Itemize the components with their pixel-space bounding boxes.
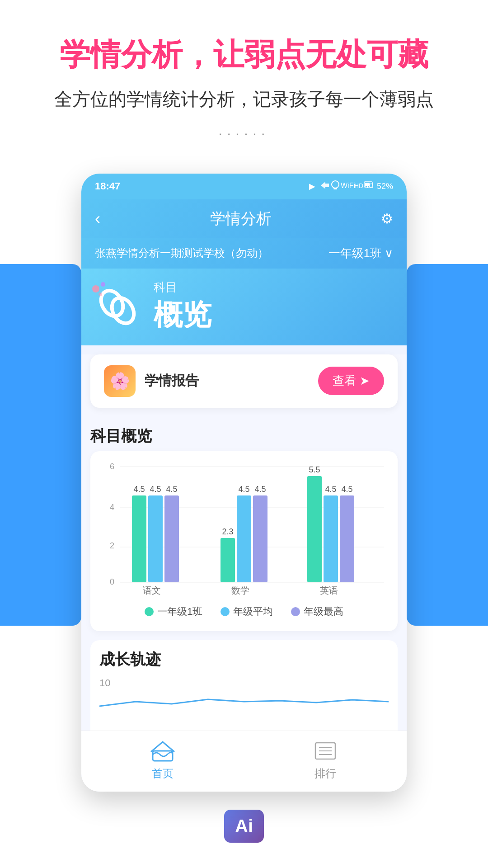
- school-bar: 张燕学情分析一期测试学校（勿动） 一年级1班 ∨: [81, 238, 407, 269]
- promo-title: 学情分析，让弱点无处可藏: [18, 36, 470, 73]
- legend-dot-avg: [221, 607, 230, 616]
- svg-text:5.5: 5.5: [309, 465, 320, 474]
- svg-text:数学: 数学: [231, 585, 249, 595]
- svg-rect-2: [333, 188, 337, 189]
- view-report-button[interactable]: 查看 ➤: [318, 367, 384, 395]
- bottom-nav: 首页 排行: [81, 731, 407, 792]
- app-header: ‹ 学情分析 ⚙: [81, 199, 407, 238]
- home-icon: [150, 738, 175, 764]
- legend-max: 年级最高: [291, 605, 343, 618]
- svg-text:4.5: 4.5: [166, 485, 177, 494]
- svg-text:4.5: 4.5: [254, 485, 266, 494]
- report-left: 🌸 学情报告: [104, 365, 199, 397]
- svg-rect-30: [253, 495, 267, 582]
- legend-avg-label: 年级平均: [233, 605, 273, 618]
- status-signal: ▶: [309, 181, 315, 191]
- bar-chart-container: 6 4 2 0: [90, 451, 398, 631]
- subject-card[interactable]: 科目 概览: [81, 269, 407, 345]
- settings-icon[interactable]: ⚙: [381, 211, 393, 226]
- legend-max-label: 年级最高: [304, 605, 343, 618]
- flower-icon: 🌸: [104, 365, 136, 397]
- nav-item-home[interactable]: 首页: [150, 738, 175, 781]
- promo-section: 学情分析，让弱点无处可藏 全方位的学情统计分析，记录孩子每一个薄弱点 ·····…: [0, 0, 488, 174]
- svg-text:4.5: 4.5: [150, 485, 161, 494]
- class-name: 一年级1班: [328, 245, 382, 261]
- overview-text: 概览: [154, 295, 211, 335]
- content-area: 🌸 学情报告 查看 ➤ 科目概览 6 4 2 0: [81, 354, 407, 792]
- svg-text:4: 4: [110, 503, 114, 512]
- svg-text:6: 6: [110, 462, 114, 471]
- header-title: 学情分析: [210, 208, 272, 229]
- svg-marker-0: [321, 182, 329, 189]
- svg-text:4.5: 4.5: [133, 485, 145, 494]
- growth-y-label: 10: [99, 677, 389, 689]
- growth-section: 成长轨迹 10: [90, 640, 398, 731]
- svg-point-1: [332, 181, 339, 188]
- nav-rank-label: 排行: [314, 766, 336, 781]
- chart-section-title: 科目概览: [81, 417, 407, 451]
- svg-rect-37: [340, 495, 354, 582]
- chart-legend: 一年级1班 年级平均 年级最高: [99, 598, 389, 622]
- blue-bg-left: [0, 264, 81, 626]
- legend-class: 一年级1班: [145, 605, 202, 618]
- view-label: 查看: [333, 373, 356, 389]
- svg-text:4.5: 4.5: [325, 485, 336, 494]
- svg-text:语文: 语文: [143, 585, 161, 595]
- promo-subtitle: 全方位的学情统计分析，记录孩子每一个薄弱点: [18, 87, 470, 112]
- status-battery-info: WiFi HD 4G: [319, 179, 373, 194]
- subject-label: 科目: [154, 279, 211, 295]
- legend-class-label: 一年级1班: [157, 605, 202, 618]
- svg-text:4.5: 4.5: [341, 485, 352, 494]
- status-time: 18:47: [95, 180, 120, 192]
- svg-text:4.5: 4.5: [238, 485, 249, 494]
- svg-rect-35: [307, 476, 322, 582]
- svg-rect-28: [221, 538, 235, 582]
- svg-rect-23: [164, 495, 179, 582]
- view-arrow-icon: ➤: [360, 374, 370, 388]
- promo-dots: ······: [18, 125, 470, 142]
- report-card: 🌸 学情报告 查看 ➤: [90, 354, 398, 408]
- svg-text:英语: 英语: [320, 585, 338, 595]
- svg-point-9: [101, 282, 105, 287]
- svg-rect-21: [132, 495, 146, 582]
- status-bar: 18:47 ▶ WiFi HD 4G: [81, 174, 407, 199]
- svg-rect-29: [237, 495, 251, 582]
- legend-avg: 年级平均: [221, 605, 273, 618]
- school-name: 张燕学情分析一期测试学校（勿动）: [95, 246, 268, 260]
- dropdown-arrow-icon: ∨: [385, 246, 393, 260]
- back-button[interactable]: ‹: [95, 209, 100, 228]
- growth-title: 成长轨迹: [99, 649, 389, 670]
- nav-home-label: 首页: [152, 766, 174, 781]
- report-title: 学情报告: [145, 372, 199, 390]
- svg-point-10: [99, 292, 102, 296]
- nav-item-rank[interactable]: 排行: [313, 738, 338, 781]
- blue-bg-right: [407, 264, 488, 626]
- phone-frame: 18:47 ▶ WiFi HD 4G: [81, 174, 407, 792]
- status-battery-percent: 52%: [377, 182, 393, 191]
- class-selector[interactable]: 一年级1班 ∨: [328, 245, 393, 261]
- legend-dot-class: [145, 607, 154, 616]
- status-icons: ▶ WiFi HD 4G: [309, 179, 393, 194]
- svg-text:WiFi: WiFi: [341, 182, 355, 189]
- svg-rect-7: [372, 183, 373, 186]
- svg-text:2.3: 2.3: [222, 527, 233, 536]
- svg-point-8: [92, 285, 99, 292]
- ai-badge: Ai: [224, 810, 264, 843]
- svg-rect-22: [148, 495, 163, 582]
- rank-icon: [313, 738, 338, 764]
- phone-wrapper: 18:47 ▶ WiFi HD 4G: [0, 174, 488, 792]
- legend-dot-max: [291, 607, 300, 616]
- svg-text:HD 4G: HD 4G: [354, 182, 373, 189]
- svg-rect-6: [365, 183, 370, 186]
- svg-text:2: 2: [110, 541, 114, 550]
- svg-rect-36: [324, 495, 338, 582]
- svg-text:0: 0: [110, 577, 114, 586]
- growth-chart-svg: [99, 693, 389, 720]
- bar-chart-svg: 6 4 2 0: [99, 460, 389, 596]
